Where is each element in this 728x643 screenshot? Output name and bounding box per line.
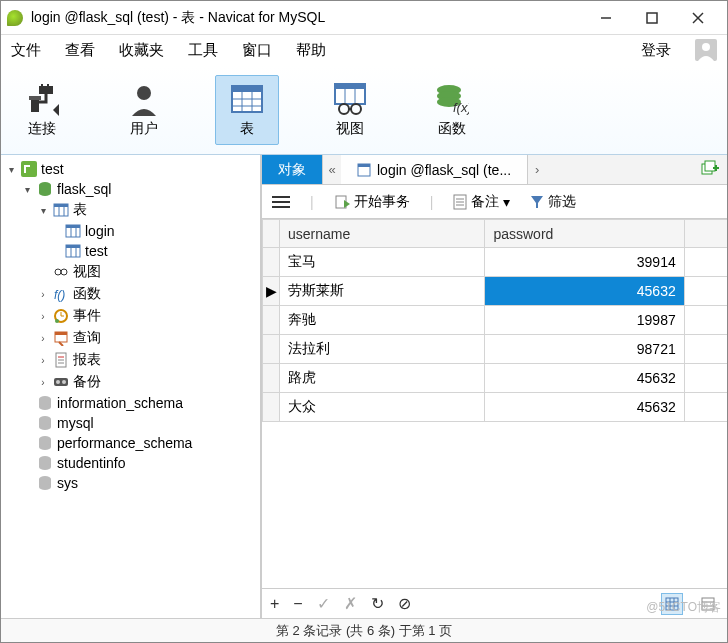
tool-function-label: 函数: [438, 120, 466, 138]
tree-functions[interactable]: › f() 函数: [1, 283, 260, 305]
apply-button[interactable]: ✓: [317, 594, 330, 613]
tool-function[interactable]: f(x) 函数: [421, 76, 483, 144]
tree-database-closed[interactable]: ›studentinfo: [1, 453, 260, 473]
tab-scroll-right[interactable]: ›: [528, 162, 546, 177]
row-marker: [263, 306, 280, 335]
watermark: @51CTO博客: [646, 599, 721, 616]
tree-tables-folder[interactable]: ▾ 表: [1, 199, 260, 221]
cell-username[interactable]: 路虎: [280, 364, 485, 393]
tree-table-item[interactable]: login: [1, 221, 260, 241]
tree-backups-label: 备份: [73, 373, 101, 391]
tree-database-label: sys: [57, 475, 78, 491]
column-header-password[interactable]: password: [485, 220, 684, 248]
cell-username[interactable]: 法拉利: [280, 335, 485, 364]
chevron-right-icon[interactable]: ›: [37, 289, 49, 300]
cell-password[interactable]: 45632: [485, 364, 684, 393]
menu-file[interactable]: 文件: [11, 41, 41, 60]
tree-table-item[interactable]: test: [1, 241, 260, 261]
cell-username[interactable]: 劳斯莱斯: [280, 277, 485, 306]
cell-username[interactable]: 大众: [280, 393, 485, 422]
svg-rect-9: [29, 96, 41, 100]
stop-button[interactable]: ⊘: [398, 594, 411, 613]
chevron-down-icon[interactable]: ▾: [37, 205, 49, 216]
table-row[interactable]: 宝马39914: [263, 248, 728, 277]
begin-transaction-button[interactable]: 开始事务: [334, 193, 410, 211]
connection-tree[interactable]: ▾ test ▾ flask_sql ▾ 表 login test 视图 ›: [1, 155, 261, 618]
tree-connection[interactable]: ▾ test: [1, 159, 260, 179]
memo-button[interactable]: 备注 ▾: [453, 193, 510, 211]
data-grid[interactable]: username password 宝马39914▶劳斯莱斯45632奔驰199…: [262, 219, 727, 588]
svg-marker-92: [531, 196, 543, 208]
transaction-icon: [334, 194, 350, 210]
menu-help[interactable]: 帮助: [296, 41, 326, 60]
user-avatar-icon[interactable]: [695, 39, 717, 61]
cell-password[interactable]: 45632: [485, 393, 684, 422]
data-toolbar: | 开始事务 | 备注 ▾ 筛选: [262, 185, 727, 219]
tool-user[interactable]: 用户: [113, 76, 175, 144]
table-row[interactable]: 路虎45632: [263, 364, 728, 393]
svg-marker-10: [53, 104, 59, 116]
cell-password[interactable]: 45632: [485, 277, 684, 306]
chevron-right-icon[interactable]: ›: [37, 377, 49, 388]
filter-button[interactable]: 筛选: [530, 193, 576, 211]
table-row[interactable]: 法拉利98721: [263, 335, 728, 364]
svg-rect-42: [66, 245, 80, 248]
tab-data[interactable]: login @flask_sql (te...: [341, 155, 528, 184]
tool-view-label: 视图: [336, 120, 364, 138]
tree-database-closed[interactable]: ›sys: [1, 473, 260, 493]
chevron-down-icon[interactable]: ▾: [5, 164, 17, 175]
column-header-username[interactable]: username: [280, 220, 485, 248]
cancel-button[interactable]: ✗: [344, 594, 357, 613]
minimize-button[interactable]: [583, 1, 629, 34]
menu-window[interactable]: 窗口: [242, 41, 272, 60]
svg-point-23: [351, 104, 361, 114]
menu-icon[interactable]: [272, 195, 290, 209]
tree-reports[interactable]: › 报表: [1, 349, 260, 371]
cell-password[interactable]: 39914: [485, 248, 684, 277]
tree-database-closed[interactable]: ›mysql: [1, 413, 260, 433]
tree-views[interactable]: 视图: [1, 261, 260, 283]
tree-database-closed[interactable]: ›information_schema: [1, 393, 260, 413]
svg-rect-78: [358, 164, 370, 167]
svg-rect-6: [41, 84, 43, 88]
delete-record-button[interactable]: −: [293, 595, 302, 613]
cell-username[interactable]: 宝马: [280, 248, 485, 277]
clock-icon: [53, 308, 69, 324]
table-row[interactable]: 大众45632: [263, 393, 728, 422]
add-record-button[interactable]: +: [270, 595, 279, 613]
menu-tools[interactable]: 工具: [188, 41, 218, 60]
menu-view[interactable]: 查看: [65, 41, 95, 60]
tree-queries[interactable]: › 查询: [1, 327, 260, 349]
menu-favorites[interactable]: 收藏夹: [119, 41, 164, 60]
cell-password[interactable]: 98721: [485, 335, 684, 364]
tree-events[interactable]: › 事件: [1, 305, 260, 327]
tool-connection[interactable]: 连接: [11, 76, 73, 144]
database-icon: [37, 395, 53, 411]
database-icon: [37, 181, 53, 197]
maximize-button[interactable]: [629, 1, 675, 34]
database-icon: [37, 455, 53, 471]
chevron-right-icon[interactable]: ›: [37, 355, 49, 366]
close-button[interactable]: [675, 1, 721, 34]
tab-objects[interactable]: 对象: [262, 155, 323, 184]
menu-login[interactable]: 登录: [641, 41, 671, 60]
tree-table-name: test: [85, 243, 108, 259]
table-row[interactable]: ▶劳斯莱斯45632: [263, 277, 728, 306]
refresh-button[interactable]: ↻: [371, 594, 384, 613]
connection-icon: [21, 161, 37, 177]
tab-scroll-left[interactable]: «: [323, 162, 341, 177]
new-tab-button[interactable]: [701, 159, 723, 181]
tree-database[interactable]: ▾ flask_sql: [1, 179, 260, 199]
svg-rect-19: [335, 84, 365, 89]
cell-password[interactable]: 19987: [485, 306, 684, 335]
table-row[interactable]: 奔驰19987: [263, 306, 728, 335]
dropdown-icon: ▾: [503, 194, 510, 210]
cell-username[interactable]: 奔驰: [280, 306, 485, 335]
tool-view[interactable]: 视图: [319, 76, 381, 144]
tree-database-closed[interactable]: ›performance_schema: [1, 433, 260, 453]
chevron-right-icon[interactable]: ›: [37, 333, 49, 344]
tree-backups[interactable]: › 备份: [1, 371, 260, 393]
tool-table[interactable]: 表: [215, 75, 279, 145]
chevron-down-icon[interactable]: ▾: [21, 184, 33, 195]
chevron-right-icon[interactable]: ›: [37, 311, 49, 322]
